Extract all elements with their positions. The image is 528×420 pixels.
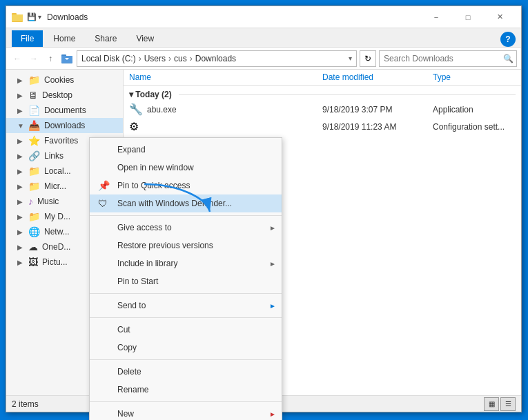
title-bar: 💾 ▾ Downloads − □ ✕ bbox=[6, 6, 521, 28]
search-input[interactable] bbox=[380, 54, 500, 63]
col-date-header[interactable]: Date modified bbox=[322, 72, 433, 82]
quick-access-save[interactable]: 💾 bbox=[27, 12, 37, 21]
back-button[interactable]: ← bbox=[10, 52, 24, 66]
address-path[interactable]: Local Disk (C:) › Users › cus › Download… bbox=[77, 50, 357, 67]
sidebar-item-label: Links bbox=[44, 151, 63, 161]
sidebar-item-label: Documents bbox=[44, 106, 86, 115]
pictures-icon: 🖼 bbox=[28, 257, 38, 268]
explorer-window: 💾 ▾ Downloads − □ ✕ File Home Share View… bbox=[6, 6, 522, 412]
expand-arrow: ▶ bbox=[17, 137, 24, 145]
maximize-button[interactable]: □ bbox=[452, 6, 484, 28]
menu-pin-start[interactable]: Pin to Start bbox=[90, 272, 282, 290]
pin-icon: 📌 bbox=[98, 180, 110, 191]
refresh-button[interactable]: ↻ bbox=[360, 50, 376, 67]
help-button[interactable]: ? bbox=[500, 32, 516, 47]
submenu-arrow-icon: ► bbox=[269, 224, 276, 232]
separator-1 bbox=[90, 215, 282, 216]
sidebar-item-label: Netw... bbox=[44, 227, 70, 237]
menu-rename[interactable]: Rename bbox=[90, 381, 282, 399]
sidebar-item-label: Downloads bbox=[44, 121, 85, 130]
menu-send-to[interactable]: Send to ► bbox=[90, 297, 282, 314]
item-count: 2 items bbox=[12, 399, 39, 409]
folder-icon: 📁 bbox=[28, 181, 40, 192]
expand-arrow: ▶ bbox=[17, 198, 24, 206]
expand-arrow: ▶ bbox=[17, 183, 24, 190]
col-type-header[interactable]: Type bbox=[433, 72, 516, 82]
tab-file[interactable]: File bbox=[12, 30, 43, 47]
expand-arrow: ▶ bbox=[17, 259, 24, 266]
menu-new[interactable]: New ► bbox=[90, 405, 282, 420]
expand-arrow: ▼ bbox=[17, 122, 24, 130]
path-local-disk[interactable]: Local Disk (C:) bbox=[81, 54, 136, 63]
onedrive-icon: ☁ bbox=[28, 241, 38, 252]
menu-give-access[interactable]: Give access to ► bbox=[90, 219, 282, 237]
menu-scan-defender[interactable]: 🛡 Scan with Windows Defender... bbox=[90, 194, 282, 212]
expand-arrow: ▶ bbox=[17, 243, 24, 251]
folder-icon: 📁 bbox=[28, 74, 40, 86]
sidebar-item-label: Favorites bbox=[44, 136, 78, 146]
menu-include-library[interactable]: Include in library ► bbox=[90, 254, 282, 272]
separator-5 bbox=[90, 401, 282, 402]
path-cus[interactable]: cus bbox=[174, 54, 187, 63]
network-icon: 🌐 bbox=[28, 226, 40, 237]
search-icon[interactable]: 🔍 bbox=[500, 51, 516, 66]
tab-share[interactable]: Share bbox=[86, 30, 126, 47]
sidebar-item-label: Micr... bbox=[44, 181, 66, 191]
forward-button[interactable]: → bbox=[27, 52, 41, 66]
sidebar-item-cookies[interactable]: ▶ 📁 Cookies bbox=[6, 72, 123, 88]
search-box[interactable]: 🔍 bbox=[379, 50, 517, 67]
location-icon bbox=[60, 52, 74, 66]
menu-expand[interactable]: Expand bbox=[90, 141, 282, 159]
path-users[interactable]: Users bbox=[144, 54, 166, 63]
file-date: 9/18/2019 11:23 AM bbox=[322, 122, 433, 132]
group-label: ▾ Today (2) bbox=[129, 90, 172, 99]
file-name: abu.exe bbox=[147, 105, 322, 114]
path-downloads[interactable]: Downloads bbox=[195, 54, 236, 63]
address-bar: ← → ↑ Local Disk (C:) › Users › cus › Do… bbox=[6, 48, 521, 70]
separator-3 bbox=[90, 317, 282, 318]
view-list-button[interactable]: ☰ bbox=[500, 397, 516, 411]
menu-item-label: Give access to bbox=[117, 223, 172, 232]
tab-view[interactable]: View bbox=[127, 30, 163, 47]
expand-arrow: ▶ bbox=[17, 168, 24, 175]
file-type: Configuration sett... bbox=[433, 122, 516, 132]
view-icons-button[interactable]: ▦ bbox=[484, 397, 499, 411]
quick-access-dropdown[interactable]: ▾ bbox=[38, 13, 41, 21]
downloads-icon: 📥 bbox=[28, 120, 40, 131]
path-dropdown-arrow[interactable]: ▾ bbox=[349, 54, 352, 62]
menu-copy[interactable]: Copy bbox=[90, 339, 282, 357]
tab-home[interactable]: Home bbox=[44, 30, 84, 47]
menu-cut[interactable]: Cut bbox=[90, 321, 282, 339]
menu-item-label: Expand bbox=[117, 145, 146, 154]
sidebar-item-downloads[interactable]: ▼ 📥 Downloads bbox=[6, 118, 123, 133]
file-type: Application bbox=[433, 105, 516, 114]
window-icon bbox=[12, 12, 23, 23]
table-row[interactable]: ⚙ 9/18/2019 11:23 AM Configuration sett.… bbox=[124, 118, 521, 135]
menu-open-new-window[interactable]: Open in new window bbox=[90, 159, 282, 177]
table-row[interactable]: 🔧 abu.exe 9/18/2019 3:07 PM Application bbox=[124, 101, 521, 118]
music-icon: ♪ bbox=[28, 196, 33, 207]
favorites-icon: ⭐ bbox=[28, 135, 40, 146]
sidebar-item-documents[interactable]: ▶ 📄 Documents bbox=[6, 103, 123, 118]
menu-pin-quick-access[interactable]: 📌 Pin to Quick access bbox=[90, 177, 282, 194]
menu-restore-versions[interactable]: Restore previous versions bbox=[90, 237, 282, 254]
sidebar-item-label: Local... bbox=[44, 166, 71, 176]
up-button[interactable]: ↑ bbox=[43, 52, 57, 66]
view-controls: ▦ ☰ bbox=[484, 397, 516, 411]
menu-item-label: Include in library bbox=[117, 259, 177, 268]
sidebar-item-label: Music bbox=[37, 197, 59, 206]
ribbon-right: ? bbox=[500, 32, 516, 47]
path-sep-3: › bbox=[190, 54, 193, 63]
col-name-header[interactable]: Name bbox=[129, 72, 322, 82]
sidebar-item-label: My D... bbox=[44, 212, 70, 221]
file-icon: 🔧 bbox=[129, 103, 143, 116]
minimize-button[interactable]: − bbox=[420, 6, 452, 28]
file-icon: ⚙ bbox=[129, 120, 143, 133]
menu-delete[interactable]: Delete bbox=[90, 363, 282, 381]
folder-icon: 📁 bbox=[28, 166, 40, 177]
sidebar-item-desktop[interactable]: ▶ 🖥 Desktop bbox=[6, 88, 123, 103]
path-sep-2: › bbox=[168, 54, 171, 63]
sidebar-item-label: Cookies bbox=[44, 75, 74, 85]
close-button[interactable]: ✕ bbox=[484, 6, 516, 28]
menu-item-label: Pin to Start bbox=[117, 277, 158, 286]
